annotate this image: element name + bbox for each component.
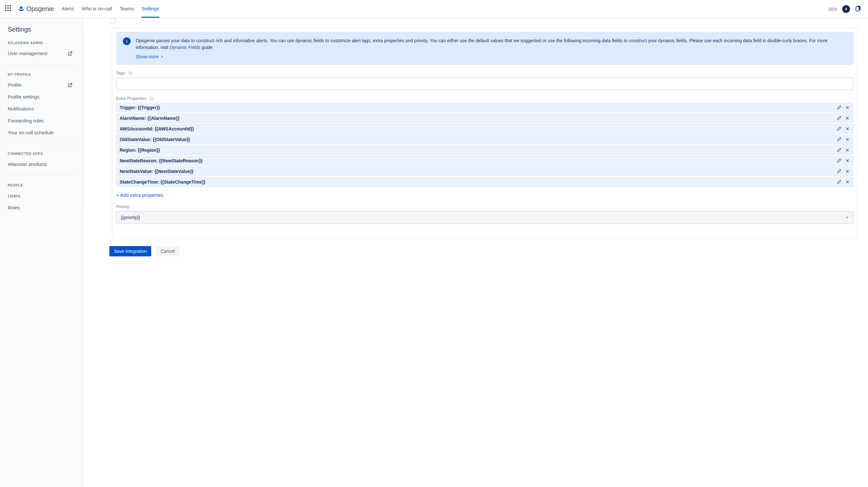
extra-properties-list: Trigger: {{Trigger}}AlarmName: {{AlarmNa… [116, 103, 854, 187]
extra-property-text: StateChangeTime: {{StateChangeTime}} [120, 179, 836, 184]
edit-icon[interactable] [836, 158, 842, 163]
svg-rect-3 [856, 7, 859, 11]
close-icon[interactable] [845, 126, 850, 132]
extra-property-row: Trigger: {{Trigger}} [116, 103, 854, 112]
sidebar-item-your-on-call-schedule[interactable]: Your on-call schedule [0, 126, 81, 139]
sidebar-item-user-management[interactable]: User management [0, 47, 81, 59]
nav-who-on-call[interactable]: Who is on-call [82, 0, 112, 18]
sb-heading-atlassian-admin: ATLASSIAN ADMIN [0, 38, 81, 47]
logo-text: Opsgenie [26, 5, 54, 12]
help-icon[interactable]: ? [149, 96, 154, 101]
cancel-button[interactable]: Cancel [156, 246, 180, 256]
extra-property-actions [836, 147, 850, 153]
edit-icon[interactable] [836, 179, 842, 184]
sb-heading-people: PEOPLE [0, 181, 81, 190]
dynamic-fields-link[interactable]: Dynamic Fields [169, 45, 200, 50]
save-integration-button[interactable]: Save Integration [110, 246, 151, 256]
extra-property-actions [836, 158, 850, 163]
sidebar-item-forwarding-rules[interactable]: Forwarding rules [0, 115, 81, 126]
extra-property-row: Region: {{Region}} [116, 145, 854, 155]
extra-property-text: AlarmName: {{AlarmName}} [120, 116, 836, 121]
extra-property-row: StateChangeTime: {{StateChangeTime}} [116, 177, 854, 187]
sidebar-item-profile[interactable]: Profile [0, 79, 81, 91]
extra-property-actions [836, 137, 850, 142]
top-header: Opsgenie Alerts Who is on-call Teams Set… [0, 0, 868, 18]
main-content: i Opsgenie parses your data to construct… [83, 18, 868, 487]
compass-icon[interactable] [842, 5, 850, 13]
button-row: Save Integration Cancel [110, 246, 858, 256]
tags-input[interactable] [116, 77, 854, 90]
percent-indicator[interactable]: 16% [828, 6, 837, 11]
close-icon[interactable] [845, 137, 850, 142]
extra-property-row: AWSAccountId: {{AWSAccountId}} [116, 124, 854, 134]
sidebar-item-label: User management [8, 51, 47, 56]
edit-icon[interactable] [836, 137, 842, 142]
close-icon[interactable] [845, 169, 850, 174]
edit-icon[interactable] [836, 147, 842, 153]
sidebar-item-users[interactable]: Users [0, 190, 81, 202]
svg-point-0 [20, 6, 23, 9]
help-icon[interactable]: ? [128, 71, 132, 75]
extra-property-actions [836, 105, 850, 110]
divider [6, 64, 74, 65]
extra-property-text: OldStateValue: {{OldStateValue}} [120, 137, 836, 142]
external-link-icon [68, 82, 73, 88]
app-switcher-icon[interactable] [5, 5, 13, 13]
logo[interactable]: Opsgenie [18, 5, 54, 12]
integration-card: i Opsgenie parses your data to construct… [112, 28, 858, 238]
extra-property-row: AlarmName: {{AlarmName}} [116, 113, 854, 123]
edit-icon[interactable] [836, 116, 842, 121]
sidebar-title: Settings [0, 26, 81, 38]
sidebar-item-atlassian-products[interactable]: Atlassian products [0, 158, 81, 170]
sidebar-item-notifications[interactable]: Notifications [0, 103, 81, 115]
sb-heading-connected-apps: CONNECTED APPS [0, 149, 81, 158]
sb-heading-my-profile: MY PROFILE [0, 70, 81, 79]
sidebar: Settings ATLASSIAN ADMIN User management… [0, 18, 83, 487]
external-link-icon [68, 51, 73, 56]
nav-settings[interactable]: Settings [142, 0, 159, 18]
close-icon[interactable] [845, 105, 850, 110]
extra-property-text: Trigger: {{Trigger}} [120, 105, 836, 110]
sidebar-item-label: Profile settings [8, 94, 39, 99]
priority-label: Priority: [116, 204, 854, 209]
extra-property-actions [836, 179, 850, 184]
info-banner: i Opsgenie parses your data to construct… [116, 32, 854, 65]
header-right: 16% [828, 5, 863, 13]
show-more-button[interactable]: Show more [136, 54, 847, 59]
info-text: Opsgenie parses your data to construct r… [136, 37, 847, 51]
close-icon[interactable] [845, 116, 850, 121]
edit-icon[interactable] [836, 105, 842, 110]
sidebar-item-label: Users [8, 193, 20, 198]
sidebar-item-label: Notifications [8, 106, 34, 111]
sidebar-item-profile-settings[interactable]: Profile settings [0, 91, 81, 103]
edit-icon[interactable] [836, 169, 842, 174]
nav-alerts[interactable]: Alerts [62, 0, 74, 18]
extra-property-text: AWSAccountId: {{AWSAccountId}} [120, 126, 836, 132]
close-icon[interactable] [845, 147, 850, 153]
extra-property-text: NewStateValue: {{NewStateValue}} [120, 169, 836, 174]
extra-property-text: Region: {{Region}} [120, 147, 836, 153]
chevron-down-icon [845, 216, 849, 219]
sidebar-item-label: Profile [8, 82, 22, 88]
priority-select[interactable]: {{priority}} [116, 211, 854, 224]
close-icon[interactable] [845, 158, 850, 163]
extra-property-actions [836, 169, 850, 174]
info-text-post: guide. [200, 45, 214, 50]
add-extra-properties-link[interactable]: + Add extra properties [116, 192, 163, 198]
nav-teams[interactable]: Teams [120, 0, 134, 18]
sidebar-item-label: Your on-call schedule [8, 130, 54, 135]
edit-icon[interactable] [836, 126, 842, 132]
info-text-pre: Opsgenie parses your data to construct r… [136, 38, 828, 50]
sidebar-item-label: Forwarding rules [8, 118, 44, 123]
checkbox[interactable] [110, 18, 116, 24]
extra-property-row: OldStateValue: {{OldStateValue}} [116, 135, 854, 144]
divider [6, 144, 74, 144]
close-icon[interactable] [845, 179, 850, 184]
extra-property-text: NewStateReason: {{NewStateReason}} [120, 158, 836, 163]
notes-icon[interactable] [855, 5, 863, 13]
sidebar-item-roles[interactable]: Roles [0, 202, 81, 213]
info-icon: i [123, 37, 131, 45]
extra-property-actions [836, 116, 850, 121]
extra-property-actions [836, 126, 850, 132]
show-more-label: Show more [136, 54, 159, 59]
